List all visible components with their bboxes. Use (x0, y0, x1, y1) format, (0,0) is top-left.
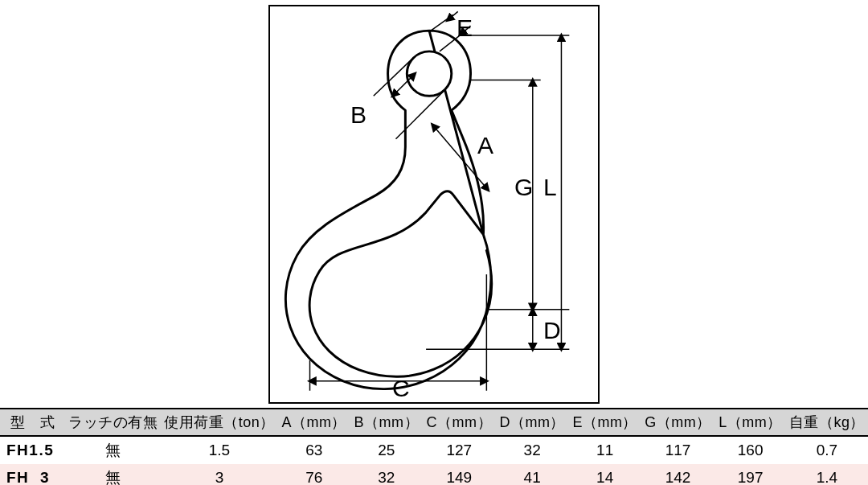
cell-wll: 3 (161, 464, 278, 485)
th-A: A（mm） (278, 409, 350, 436)
cell-A: 76 (278, 464, 350, 485)
cell-wll: 1.5 (161, 436, 278, 464)
th-weight: 自重（kg） (786, 409, 868, 436)
cell-latch: 無 (65, 464, 161, 485)
cell-weight: 1.4 (786, 464, 868, 485)
label-C: C (392, 376, 410, 401)
cell-L: 197 (714, 464, 786, 485)
cell-latch: 無 (65, 436, 161, 464)
cell-weight: 0.7 (786, 436, 868, 464)
th-E: E（mm） (569, 409, 641, 436)
cell-B: 32 (350, 464, 423, 485)
th-G: G（mm） (641, 409, 715, 436)
cell-model: FH1.5 (0, 436, 65, 464)
th-L: L（mm） (714, 409, 786, 436)
th-latch: ラッチの有無 (65, 409, 161, 436)
cell-D: 41 (496, 464, 569, 485)
label-L: L (543, 175, 557, 199)
th-B: B（mm） (350, 409, 423, 436)
label-B: B (350, 103, 366, 127)
table-row: FH1.5 無 1.5 63 25 127 32 11 117 160 0.7 (0, 436, 868, 464)
table-row: FH 3 無 3 76 32 149 41 14 142 197 1.4 (0, 464, 868, 485)
cell-B: 25 (350, 436, 423, 464)
label-G: G (514, 175, 533, 199)
label-A: A (477, 134, 493, 158)
th-model: 型 式 (0, 409, 65, 436)
label-D: D (543, 319, 561, 343)
cell-A: 63 (278, 436, 350, 464)
cell-model: FH 3 (0, 464, 65, 485)
th-D: D（mm） (496, 409, 569, 436)
label-E: E (457, 16, 473, 40)
table-header-row: 型 式 ラッチの有無 使用荷重（ton） A（mm） B（mm） C（mm） D… (0, 409, 868, 436)
diagram-area: E B A C D G L (0, 0, 868, 408)
cell-G: 142 (641, 464, 715, 485)
svg-line-1 (431, 14, 453, 31)
cell-E: 11 (569, 436, 641, 464)
cell-L: 160 (714, 436, 786, 464)
hook-diagram: E B A C D G L (268, 5, 600, 404)
cell-D: 32 (496, 436, 569, 464)
cell-C: 127 (423, 436, 496, 464)
cell-G: 117 (641, 436, 715, 464)
th-wll: 使用荷重（ton） (161, 409, 278, 436)
cell-E: 14 (569, 464, 641, 485)
th-C: C（mm） (423, 409, 496, 436)
spec-table: 型 式 ラッチの有無 使用荷重（ton） A（mm） B（mm） C（mm） D… (0, 408, 868, 485)
cell-C: 149 (423, 464, 496, 485)
